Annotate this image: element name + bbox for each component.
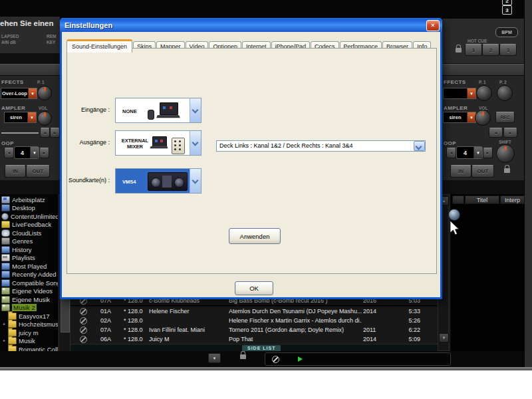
soundcard-combo[interactable]: VMS4 xyxy=(115,168,201,194)
vms4-controller-illustration xyxy=(148,172,188,191)
right-loop-value-select[interactable]: 4 ▼ xyxy=(456,146,483,159)
hot-cue-lock-icon[interactable] xyxy=(456,48,462,53)
left-loop-decrease-button[interactable]: ◄ xyxy=(4,148,14,158)
browser-lock-icon[interactable] xyxy=(240,354,246,359)
screen: ehen Sie einen LAPSED AIN dB REM KEY FFE… xyxy=(0,0,532,399)
right-p1-knob[interactable] xyxy=(476,85,492,101)
routing-combo[interactable]: Deck Links : Kanal 1&2 / Deck Rechts : K… xyxy=(216,140,426,152)
sidelist-interp-header[interactable]: Interp xyxy=(500,196,525,204)
tree-collapse-button[interactable]: ▼ xyxy=(208,353,221,363)
left-loop-title: OOP xyxy=(1,140,14,146)
left-deck-face: ehen Sie einen LAPSED AIN dB REM KEY xyxy=(0,17,60,53)
left-effects-select[interactable]: Over-Loop ▼ xyxy=(1,88,37,99)
inputs-combo[interactable]: NONE xyxy=(115,98,201,123)
right-loop-title: OOP xyxy=(444,140,456,146)
right-loop-increase-button[interactable]: ► xyxy=(483,148,493,158)
left-loop-value-select[interactable]: 4 ▼ xyxy=(14,146,39,159)
right-sampler-select[interactable]: siren ▼ xyxy=(443,112,476,123)
track-row[interactable]: 02A * 128.0 Helene Fischer x Martin Garr… xyxy=(70,316,438,326)
right-effects-select[interactable]: ▼ xyxy=(443,88,476,99)
right-cue-box-2[interactable]: 2 xyxy=(502,0,512,5)
left-sampler-select[interactable]: siren ▼ xyxy=(4,112,37,123)
star-folder-icon xyxy=(1,304,10,311)
sidebar-item-history[interactable]: History xyxy=(0,245,58,254)
netsearch-globe-icon[interactable] xyxy=(448,209,460,221)
bpm-badge[interactable]: BPM xyxy=(495,27,518,37)
laptop-illustration xyxy=(160,102,178,115)
inputs-combo-chevron-icon[interactable] xyxy=(190,98,201,122)
sidebar-item-eigene-videos[interactable]: Eigene Videos xyxy=(0,287,58,296)
left-sampler-vol-knob[interactable] xyxy=(37,111,52,126)
window-right-edge xyxy=(524,0,532,370)
sidebar-item-eigene-musik[interactable]: Eigene Musik xyxy=(0,295,58,304)
track-row[interactable]: 07A * 128.0 Ivan Fillini feat. Miani Tor… xyxy=(70,325,438,335)
sidebar-item-cloudlists[interactable]: CloudLists xyxy=(0,229,58,237)
left-sample-prev-button[interactable]: ◄ xyxy=(40,128,50,138)
expand-plus-icon[interactable]: + xyxy=(3,322,7,327)
outputs-label: Ausgänge : xyxy=(66,139,110,146)
sidelist-tab[interactable]: SIDE LIST xyxy=(242,345,281,351)
expand-plus-icon[interactable]: + xyxy=(3,338,7,343)
scroll-down-icon[interactable]: ▼ xyxy=(439,333,449,342)
outputs-combo[interactable]: EXTERNAL MIXER xyxy=(115,130,201,156)
sidebar-item-playlists[interactable]: Playlists xyxy=(0,254,58,263)
right-loop-decrease-button[interactable]: ◄ xyxy=(446,148,456,158)
left-deck-elapsed-label: LAPSED xyxy=(1,34,19,39)
right-loop-out-button[interactable]: OUT xyxy=(471,165,494,178)
left-sampler-slider[interactable] xyxy=(1,132,39,134)
right-loop-lock-icon[interactable] xyxy=(504,168,510,173)
right-loop-in-button[interactable]: IN xyxy=(450,165,471,178)
mixer-illustration xyxy=(172,138,185,154)
left-vol-label: VOL xyxy=(39,106,47,110)
playlists-icon xyxy=(1,254,10,261)
right-rec-button[interactable]: REC xyxy=(495,112,515,123)
sidelist-titel-header[interactable]: Titel xyxy=(465,196,499,204)
hot-cue-3-button[interactable]: 3 xyxy=(499,44,517,56)
search-box[interactable] xyxy=(265,352,451,366)
compatible-songs-icon xyxy=(1,279,10,287)
left-loop-increase-button[interactable]: ► xyxy=(39,148,49,158)
track-row[interactable]: 06A * 128.0 Juicy M Pop That 2014 5:09 xyxy=(70,334,438,344)
sidebar-item-arbeitsplatz[interactable]: Arbeitsplatz xyxy=(0,196,58,204)
right-shift-knob[interactable] xyxy=(496,144,515,163)
right-sampler-vol-knob[interactable] xyxy=(475,110,491,126)
left-loop-out-button[interactable]: OUT xyxy=(26,165,50,178)
left-effect-knob[interactable] xyxy=(37,86,52,100)
cloud-icon xyxy=(1,229,10,237)
track-row[interactable]: 01A * 128.0 Helene Fischer Atemlos Durch… xyxy=(70,307,438,317)
outputs-combo-chevron-icon[interactable] xyxy=(190,131,201,155)
hot-cue-2-button[interactable]: 2 xyxy=(482,44,499,56)
soundcard-combo-chevron-icon[interactable] xyxy=(190,169,201,193)
right-sample-prev-button[interactable]: ◄ xyxy=(489,128,503,138)
phone-illustration xyxy=(148,110,154,120)
left-effects-title: FFECTS xyxy=(1,79,24,85)
right-cue-box-3[interactable]: 3 xyxy=(502,5,512,15)
tab-sound-einstellungen[interactable]: Sound-Einstellungen xyxy=(66,39,132,53)
sidebar-item-most-played[interactable]: Most Played xyxy=(0,262,58,271)
ok-button[interactable]: OK xyxy=(235,281,273,295)
left-loop-in-button[interactable]: IN xyxy=(5,165,26,178)
tree-scrollbar-thumb[interactable] xyxy=(61,298,70,332)
sidebar-item-contentunlimited[interactable]: ContentUnlimited xyxy=(0,212,58,221)
sidebar-item-genres[interactable]: Genres xyxy=(0,237,58,246)
close-icon[interactable]: × xyxy=(426,20,440,31)
dialog-titlebar[interactable]: Einstellungen × xyxy=(60,18,442,32)
sidebar-item-recently-added[interactable]: Recently Added xyxy=(0,271,58,279)
left-sampler-dropdown-arrow-icon: ▼ xyxy=(27,112,36,122)
sidebar-item-compatible-songs[interactable]: Compatible Songs xyxy=(0,279,58,287)
sidebar-item-livefeedback[interactable]: LiveFeedback xyxy=(0,221,58,229)
hot-cue-1-button[interactable]: 1 xyxy=(465,44,482,56)
right-p2-label: P. 2 xyxy=(499,80,507,84)
apply-button[interactable]: Anwenden xyxy=(229,228,281,244)
track-disc-icon xyxy=(80,327,87,334)
content-globe-icon xyxy=(1,213,9,220)
left-sample-next-button[interactable]: ► xyxy=(50,128,60,138)
routing-combo-chevron-icon[interactable] xyxy=(414,141,425,151)
play-icon[interactable] xyxy=(298,356,303,362)
sidebar-item-desktop[interactable]: Desktop xyxy=(0,204,58,213)
right-sample-next-button[interactable]: ► xyxy=(503,128,517,138)
right-sampler-title: AMPLER xyxy=(444,105,467,111)
right-p2-knob[interactable] xyxy=(497,85,513,101)
sidelist-blank-header[interactable] xyxy=(452,196,464,204)
soundcard-combo-value: VMS4 xyxy=(122,179,136,185)
